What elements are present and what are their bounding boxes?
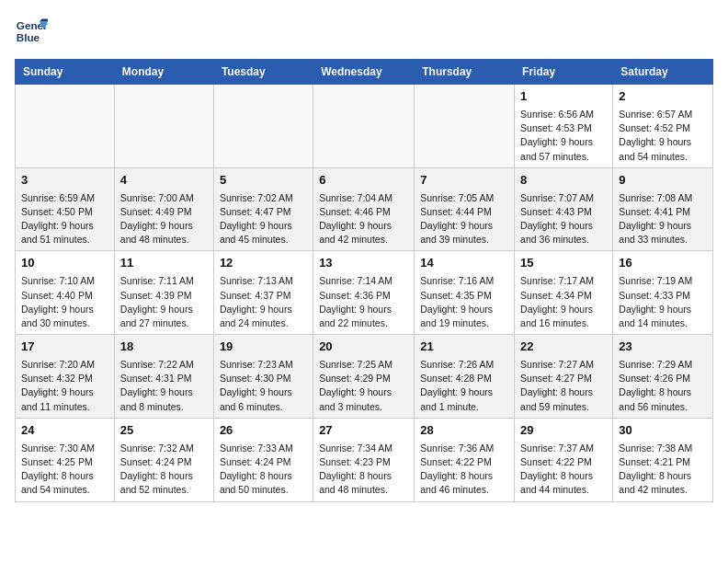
day-number: 5 xyxy=(220,172,307,190)
calendar-cell: 25Sunrise: 7:32 AM Sunset: 4:24 PM Dayli… xyxy=(114,418,213,501)
logo: General Blue xyxy=(15,15,51,48)
day-number: 1 xyxy=(520,88,607,106)
calendar-cell: 29Sunrise: 7:37 AM Sunset: 4:22 PM Dayli… xyxy=(515,418,613,501)
day-info: Sunrise: 7:02 AM Sunset: 4:47 PM Dayligh… xyxy=(220,191,307,247)
calendar-cell: 22Sunrise: 7:27 AM Sunset: 4:27 PM Dayli… xyxy=(515,335,613,419)
calendar-cell: 30Sunrise: 7:38 AM Sunset: 4:21 PM Dayli… xyxy=(613,418,713,501)
day-number: 12 xyxy=(220,255,307,272)
day-info: Sunrise: 7:11 AM Sunset: 4:39 PM Dayligh… xyxy=(120,274,208,330)
day-info: Sunrise: 7:29 AM Sunset: 4:26 PM Dayligh… xyxy=(619,358,707,414)
day-number: 24 xyxy=(21,422,108,440)
day-info: Sunrise: 7:19 AM Sunset: 4:33 PM Dayligh… xyxy=(619,274,707,330)
day-number: 21 xyxy=(420,339,508,356)
weekday-header-sunday: Sunday xyxy=(16,60,115,85)
day-number: 16 xyxy=(619,255,707,272)
day-info: Sunrise: 7:22 AM Sunset: 4:31 PM Dayligh… xyxy=(120,358,208,414)
calendar-cell xyxy=(213,85,313,168)
day-info: Sunrise: 7:14 AM Sunset: 4:36 PM Dayligh… xyxy=(319,274,408,330)
day-number: 13 xyxy=(319,255,408,272)
calendar-cell: 24Sunrise: 7:30 AM Sunset: 4:25 PM Dayli… xyxy=(16,418,115,501)
day-info: Sunrise: 7:16 AM Sunset: 4:35 PM Dayligh… xyxy=(420,274,508,330)
calendar-cell: 26Sunrise: 7:33 AM Sunset: 4:24 PM Dayli… xyxy=(213,418,313,501)
day-number: 18 xyxy=(120,339,208,356)
calendar-cell: 16Sunrise: 7:19 AM Sunset: 4:33 PM Dayli… xyxy=(613,251,713,335)
day-number: 14 xyxy=(420,255,508,272)
day-number: 23 xyxy=(619,339,707,356)
day-info: Sunrise: 7:23 AM Sunset: 4:30 PM Dayligh… xyxy=(220,358,307,414)
day-info: Sunrise: 6:59 AM Sunset: 4:50 PM Dayligh… xyxy=(21,191,108,247)
day-info: Sunrise: 7:25 AM Sunset: 4:29 PM Dayligh… xyxy=(319,358,408,414)
page-header: General Blue xyxy=(15,15,713,48)
day-info: Sunrise: 7:00 AM Sunset: 4:49 PM Dayligh… xyxy=(120,191,208,247)
calendar-cell: 21Sunrise: 7:26 AM Sunset: 4:28 PM Dayli… xyxy=(415,335,515,419)
calendar-cell: 17Sunrise: 7:20 AM Sunset: 4:32 PM Dayli… xyxy=(16,335,115,419)
day-number: 11 xyxy=(120,255,208,272)
day-number: 3 xyxy=(21,172,108,190)
day-info: Sunrise: 7:30 AM Sunset: 4:25 PM Dayligh… xyxy=(21,442,108,498)
calendar-cell: 6Sunrise: 7:04 AM Sunset: 4:46 PM Daylig… xyxy=(313,167,415,251)
day-number: 30 xyxy=(619,422,707,440)
calendar-cell: 11Sunrise: 7:11 AM Sunset: 4:39 PM Dayli… xyxy=(114,251,213,335)
calendar-cell: 12Sunrise: 7:13 AM Sunset: 4:37 PM Dayli… xyxy=(213,251,313,335)
day-number: 27 xyxy=(319,422,408,440)
day-number: 8 xyxy=(520,172,607,190)
weekday-header-thursday: Thursday xyxy=(415,60,515,85)
calendar-week-row: 24Sunrise: 7:30 AM Sunset: 4:25 PM Dayli… xyxy=(16,418,713,501)
day-info: Sunrise: 7:27 AM Sunset: 4:27 PM Dayligh… xyxy=(520,358,607,414)
day-number: 25 xyxy=(120,422,208,440)
calendar-cell xyxy=(415,85,515,168)
calendar-cell xyxy=(16,85,115,168)
day-info: Sunrise: 7:37 AM Sunset: 4:22 PM Dayligh… xyxy=(520,442,607,498)
day-info: Sunrise: 6:56 AM Sunset: 4:53 PM Dayligh… xyxy=(520,108,607,164)
day-info: Sunrise: 7:04 AM Sunset: 4:46 PM Dayligh… xyxy=(319,191,408,247)
day-number: 7 xyxy=(420,172,508,190)
day-info: Sunrise: 7:17 AM Sunset: 4:34 PM Dayligh… xyxy=(520,274,607,330)
calendar-week-row: 10Sunrise: 7:10 AM Sunset: 4:40 PM Dayli… xyxy=(16,251,713,335)
day-number: 20 xyxy=(319,339,408,356)
svg-text:Blue: Blue xyxy=(17,31,40,43)
calendar-cell: 20Sunrise: 7:25 AM Sunset: 4:29 PM Dayli… xyxy=(313,335,415,419)
calendar-cell: 19Sunrise: 7:23 AM Sunset: 4:30 PM Dayli… xyxy=(213,335,313,419)
calendar-week-row: 17Sunrise: 7:20 AM Sunset: 4:32 PM Dayli… xyxy=(16,335,713,419)
day-info: Sunrise: 7:33 AM Sunset: 4:24 PM Dayligh… xyxy=(220,442,307,498)
calendar-cell: 28Sunrise: 7:36 AM Sunset: 4:22 PM Dayli… xyxy=(415,418,515,501)
day-info: Sunrise: 7:34 AM Sunset: 4:23 PM Dayligh… xyxy=(319,442,408,498)
calendar-cell: 18Sunrise: 7:22 AM Sunset: 4:31 PM Dayli… xyxy=(114,335,213,419)
day-number: 6 xyxy=(319,172,408,190)
calendar-cell: 15Sunrise: 7:17 AM Sunset: 4:34 PM Dayli… xyxy=(515,251,613,335)
day-number: 29 xyxy=(520,422,607,440)
calendar-week-row: 3Sunrise: 6:59 AM Sunset: 4:50 PM Daylig… xyxy=(16,167,713,251)
day-info: Sunrise: 7:05 AM Sunset: 4:44 PM Dayligh… xyxy=(420,191,508,247)
day-number: 28 xyxy=(420,422,508,440)
day-number: 17 xyxy=(21,339,108,356)
weekday-header-monday: Monday xyxy=(114,60,213,85)
day-number: 15 xyxy=(520,255,607,272)
day-info: Sunrise: 6:57 AM Sunset: 4:52 PM Dayligh… xyxy=(619,108,707,164)
weekday-header-row: SundayMondayTuesdayWednesdayThursdayFrid… xyxy=(16,60,713,85)
day-info: Sunrise: 7:32 AM Sunset: 4:24 PM Dayligh… xyxy=(120,442,208,498)
calendar-cell: 14Sunrise: 7:16 AM Sunset: 4:35 PM Dayli… xyxy=(415,251,515,335)
day-info: Sunrise: 7:20 AM Sunset: 4:32 PM Dayligh… xyxy=(21,358,108,414)
day-number: 10 xyxy=(21,255,108,272)
calendar-cell: 5Sunrise: 7:02 AM Sunset: 4:47 PM Daylig… xyxy=(213,167,313,251)
calendar-cell: 8Sunrise: 7:07 AM Sunset: 4:43 PM Daylig… xyxy=(515,167,613,251)
day-info: Sunrise: 7:07 AM Sunset: 4:43 PM Dayligh… xyxy=(520,191,607,247)
day-number: 22 xyxy=(520,339,607,356)
calendar-cell: 10Sunrise: 7:10 AM Sunset: 4:40 PM Dayli… xyxy=(16,251,115,335)
calendar-cell: 3Sunrise: 6:59 AM Sunset: 4:50 PM Daylig… xyxy=(16,167,115,251)
calendar-cell: 2Sunrise: 6:57 AM Sunset: 4:52 PM Daylig… xyxy=(613,85,713,168)
day-number: 2 xyxy=(619,88,707,106)
weekday-header-saturday: Saturday xyxy=(613,60,713,85)
calendar-cell: 1Sunrise: 6:56 AM Sunset: 4:53 PM Daylig… xyxy=(515,85,613,168)
day-number: 19 xyxy=(220,339,307,356)
day-info: Sunrise: 7:08 AM Sunset: 4:41 PM Dayligh… xyxy=(619,191,707,247)
calendar-table: SundayMondayTuesdayWednesdayThursdayFrid… xyxy=(15,59,713,502)
day-info: Sunrise: 7:38 AM Sunset: 4:21 PM Dayligh… xyxy=(619,442,707,498)
calendar-week-row: 1Sunrise: 6:56 AM Sunset: 4:53 PM Daylig… xyxy=(16,85,713,168)
logo-icon: General Blue xyxy=(15,15,48,48)
day-number: 26 xyxy=(220,422,307,440)
day-number: 4 xyxy=(120,172,208,190)
calendar-cell xyxy=(114,85,213,168)
day-info: Sunrise: 7:10 AM Sunset: 4:40 PM Dayligh… xyxy=(21,274,108,330)
calendar-cell: 9Sunrise: 7:08 AM Sunset: 4:41 PM Daylig… xyxy=(613,167,713,251)
